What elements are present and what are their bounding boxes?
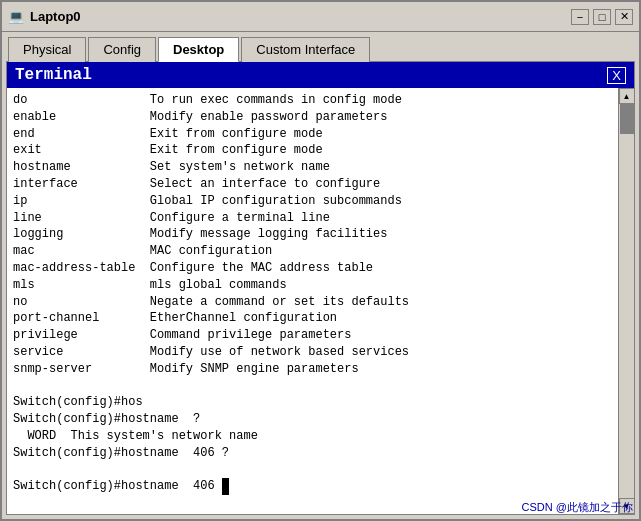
tab-physical[interactable]: Physical <box>8 37 86 62</box>
terminal-output[interactable]: do To run exec commands in config mode e… <box>7 88 618 514</box>
window-title: Laptop0 <box>30 9 81 24</box>
terminal-title: Terminal <box>15 66 92 84</box>
title-bar-left: 💻 Laptop0 <box>8 9 81 25</box>
close-button[interactable]: ✕ <box>615 9 633 25</box>
main-window: 💻 Laptop0 − □ ✕ Physical Config Desktop … <box>0 0 641 521</box>
scrollbar[interactable]: ▲ ▼ <box>618 88 634 514</box>
minimize-button[interactable]: − <box>571 9 589 25</box>
watermark: CSDN @此镜加之于你 <box>522 500 633 515</box>
tab-content: Terminal X do To run exec commands in co… <box>6 61 635 515</box>
maximize-button[interactable]: □ <box>593 9 611 25</box>
terminal-header: Terminal X <box>7 62 634 88</box>
title-bar: 💻 Laptop0 − □ ✕ <box>2 2 639 32</box>
terminal-close-button[interactable]: X <box>607 67 626 84</box>
window-icon: 💻 <box>8 9 24 25</box>
scrollbar-track <box>620 104 634 498</box>
terminal-body: do To run exec commands in config mode e… <box>7 88 634 514</box>
tab-desktop[interactable]: Desktop <box>158 37 239 62</box>
terminal-cursor <box>222 478 229 495</box>
tab-custom-interface[interactable]: Custom Interface <box>241 37 370 62</box>
tab-config[interactable]: Config <box>88 37 156 62</box>
scrollbar-thumb[interactable] <box>620 104 634 134</box>
tab-bar: Physical Config Desktop Custom Interface <box>2 32 639 61</box>
scrollbar-up-button[interactable]: ▲ <box>619 88 635 104</box>
title-controls: − □ ✕ <box>571 9 633 25</box>
